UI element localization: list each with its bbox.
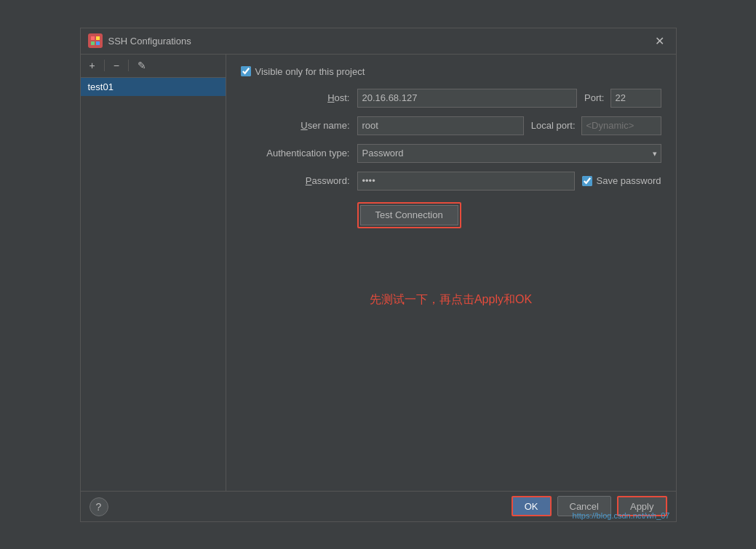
visible-checkbox[interactable] [241, 66, 251, 76]
annotation-text: 先测试一下，再点击Apply和OK [241, 292, 661, 479]
password-label: Password: [241, 175, 357, 186]
ok-button[interactable]: OK [512, 496, 552, 516]
add-config-button[interactable]: + [87, 59, 98, 72]
help-button[interactable]: ? [89, 497, 108, 516]
host-label: Host: [241, 92, 357, 103]
test-connection-btn-wrapper: Test Connection [357, 202, 461, 228]
visible-checkbox-row: Visible only for this project [241, 66, 661, 77]
toolbar-separator [104, 60, 105, 71]
save-password-label[interactable]: Save password [597, 175, 661, 186]
port-group: Port: [584, 89, 661, 108]
toolbar-separator2 [128, 60, 129, 71]
ssh-configurations-dialog: SSH Configurations ✕ + − ✎ test01 [80, 28, 677, 522]
sidebar-toolbar: + − ✎ [81, 55, 226, 78]
local-port-group: Local port: [531, 116, 661, 135]
host-row: Host: Port: [241, 89, 661, 108]
form-panel: Visible only for this project Host: Port… [226, 55, 676, 491]
svg-rect-3 [96, 41, 100, 45]
close-button[interactable]: ✕ [650, 33, 669, 49]
test-connection-button[interactable]: Test Connection [360, 205, 458, 225]
app-icon [88, 33, 103, 48]
visible-checkbox-label[interactable]: Visible only for this project [255, 66, 365, 77]
url-text: https://blog.csdn.net/wh_07 [567, 510, 676, 521]
edit-config-button[interactable]: ✎ [135, 59, 149, 72]
sidebar: + − ✎ test01 [81, 55, 226, 491]
auth-type-label: Authentication type: [241, 148, 357, 159]
username-input[interactable] [357, 116, 524, 135]
username-row: User name: Local port: [241, 116, 661, 135]
dialog-title: SSH Configurations [108, 36, 650, 47]
test-connection-row: Test Connection [241, 202, 661, 228]
main-content: + − ✎ test01 Visible only for this proje… [81, 55, 676, 491]
remove-config-button[interactable]: − [111, 59, 122, 72]
save-password-checkbox[interactable] [582, 176, 592, 186]
config-item-label: test01 [88, 81, 114, 92]
port-label: Port: [584, 92, 604, 103]
titlebar: SSH Configurations ✕ [81, 28, 676, 55]
bottom-bar: ? OK Cancel Apply https://blog.csdn.net/… [81, 491, 676, 521]
config-list: test01 [81, 78, 226, 491]
auth-type-wrapper: Password Key pair OpenSSH config and aut… [357, 144, 661, 163]
username-label: User name: [241, 120, 357, 131]
save-password-wrapper: Save password [582, 175, 661, 186]
auth-type-row: Authentication type: Password Key pair O… [241, 144, 661, 163]
local-port-input[interactable] [581, 116, 661, 135]
svg-rect-0 [91, 36, 95, 40]
port-input[interactable] [610, 89, 661, 108]
password-input[interactable] [357, 172, 575, 191]
svg-rect-1 [96, 36, 100, 40]
svg-rect-2 [91, 41, 95, 45]
local-port-label: Local port: [531, 120, 576, 131]
host-input[interactable] [357, 89, 578, 108]
auth-type-select[interactable]: Password Key pair OpenSSH config and aut… [357, 144, 661, 163]
password-row: Password: Save password [241, 172, 661, 191]
config-item-test01[interactable]: test01 [81, 78, 226, 96]
